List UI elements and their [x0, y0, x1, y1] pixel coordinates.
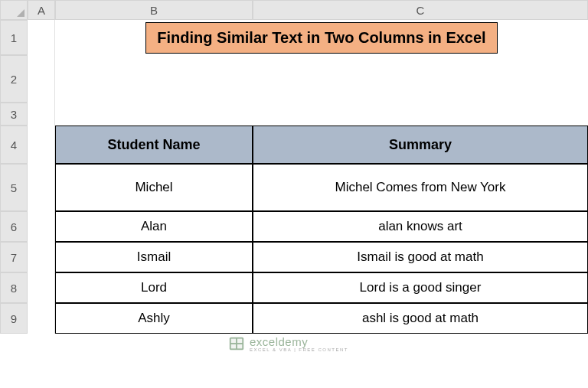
table-cell-summary[interactable]: alan knows art — [253, 211, 588, 242]
table-cell-summary[interactable]: Ismail is good at math — [253, 242, 588, 272]
svg-rect-1 — [231, 339, 236, 344]
cell-a7[interactable] — [28, 242, 55, 272]
row-header-6[interactable]: 6 — [0, 211, 28, 242]
row-header-5[interactable]: 5 — [0, 164, 28, 211]
svg-rect-0 — [230, 337, 243, 351]
table-cell-name[interactable]: Michel — [55, 164, 253, 211]
title-cell[interactable]: Finding Similar Text in Two Columns in E… — [55, 20, 588, 55]
table-header-name[interactable]: Student Name — [55, 126, 253, 164]
svg-rect-2 — [237, 339, 242, 344]
watermark-brand: exceldemy — [250, 336, 348, 347]
table-cell-summary[interactable]: Lord is a good singer — [253, 272, 588, 303]
table-cell-summary[interactable]: Michel Comes from New York — [253, 164, 588, 211]
row-header-9[interactable]: 9 — [0, 303, 28, 334]
cell-a3[interactable] — [28, 103, 55, 126]
table-cell-name[interactable]: Alan — [55, 211, 253, 242]
cell-a8[interactable] — [28, 272, 55, 303]
table-cell-summary[interactable]: ashl is good at math — [253, 303, 588, 334]
cell-b3c3[interactable] — [55, 55, 588, 103]
column-header-a[interactable]: A — [28, 0, 55, 20]
row-header-1[interactable]: 1 — [0, 20, 28, 55]
svg-rect-3 — [231, 344, 236, 349]
select-all-corner[interactable] — [0, 0, 28, 20]
watermark: exceldemy EXCEL & VBA | FREE CONTENT — [228, 335, 348, 352]
cell-gap-row[interactable] — [55, 103, 588, 126]
svg-rect-4 — [237, 344, 242, 349]
column-header-c[interactable]: C — [253, 0, 588, 20]
watermark-tagline: EXCEL & VBA | FREE CONTENT — [250, 347, 348, 352]
cell-a5[interactable] — [28, 164, 55, 211]
row-header-7[interactable]: 7 — [0, 242, 28, 272]
excel-icon — [228, 335, 245, 352]
cell-a6[interactable] — [28, 211, 55, 242]
title-text: Finding Similar Text in Two Columns in E… — [145, 22, 497, 54]
row-header-2[interactable]: 2 — [0, 55, 28, 103]
row-header-4[interactable]: 4 — [0, 126, 28, 164]
cell-a1[interactable] — [28, 20, 55, 55]
row-header-8[interactable]: 8 — [0, 272, 28, 303]
table-cell-name[interactable]: Lord — [55, 272, 253, 303]
cell-a9[interactable] — [28, 303, 55, 334]
table-cell-name[interactable]: Ismail — [55, 242, 253, 272]
cell-a4[interactable] — [28, 126, 55, 164]
cell-a2[interactable] — [28, 55, 55, 103]
table-cell-name[interactable]: Ashly — [55, 303, 253, 334]
table-header-summary[interactable]: Summary — [253, 126, 588, 164]
column-header-b[interactable]: B — [55, 0, 253, 20]
row-header-3[interactable]: 3 — [0, 103, 28, 126]
spreadsheet-grid: A B C 1 2 3 4 5 6 7 8 9 Finding Similar … — [0, 0, 588, 334]
